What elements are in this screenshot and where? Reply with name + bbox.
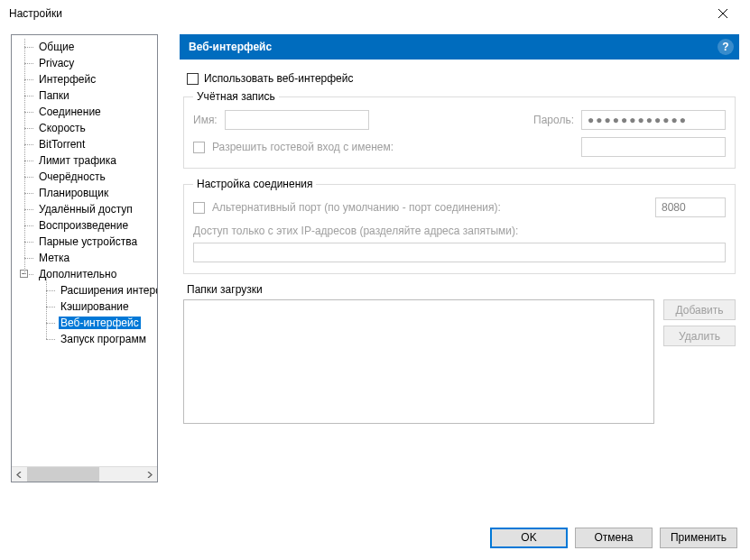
chevron-left-icon xyxy=(16,472,23,478)
ip-restrict-input[interactable] xyxy=(193,243,726,262)
enable-webui-checkbox[interactable] xyxy=(187,73,199,85)
tree-item-bandwidth[interactable]: Скорость xyxy=(12,120,157,136)
tree-item-queueing[interactable]: Очерёдность xyxy=(12,169,157,185)
username-label: Имя: xyxy=(193,114,218,126)
ip-restrict-input-row xyxy=(193,243,726,262)
dialog-footer: OK Отмена Применить xyxy=(0,515,750,560)
ok-button[interactable]: OK xyxy=(490,528,568,548)
enable-webui-row: Использовать веб-интерфейс xyxy=(187,72,736,85)
tree-item-scheduler[interactable]: Планировщик xyxy=(12,185,157,201)
credentials-row: Имя: Пароль: xyxy=(193,110,726,130)
section-header: Веб-интерфейс ? xyxy=(180,34,739,60)
download-folders-buttons: Добавить Удалить xyxy=(663,299,736,424)
tree-item-interface[interactable]: Интерфейс xyxy=(12,71,157,87)
username-input[interactable] xyxy=(225,110,369,130)
delete-folder-button[interactable]: Удалить xyxy=(663,326,736,346)
password-input[interactable] xyxy=(581,110,726,130)
nav-tree[interactable]: Общие Privacy Интерфейс Папки Соединение… xyxy=(11,34,158,482)
tree-scroll: Общие Privacy Интерфейс Папки Соединение… xyxy=(12,35,157,466)
ip-restrict-label: Доступ только с этих IP-адресов (разделя… xyxy=(193,225,518,237)
tree-item-transfer-cap[interactable]: Лимит трафика xyxy=(12,152,157,169)
settings-window: Настройки Общие Privacy Интерфейс Папки … xyxy=(0,0,750,560)
alt-port-checkbox[interactable] xyxy=(193,202,205,214)
tree-item-run-program[interactable]: Запуск программ xyxy=(12,331,157,347)
tree-item-labels[interactable]: Метка xyxy=(12,250,157,266)
close-icon xyxy=(718,9,727,18)
scroll-right-button[interactable] xyxy=(142,467,157,482)
close-button[interactable] xyxy=(705,1,741,26)
download-folders-section: Папки загрузки Добавить Удалить xyxy=(183,283,736,424)
account-group: Учётная запись Имя: Пароль: Разрешить го… xyxy=(183,90,736,169)
ip-restrict-label-row: Доступ только с этих IP-адресов (разделя… xyxy=(193,225,726,237)
guest-label: Разрешить гостевой вход с именем: xyxy=(212,141,394,153)
tree-item-directories[interactable]: Папки xyxy=(12,87,157,104)
tree-item-privacy[interactable]: Privacy xyxy=(12,55,157,71)
chevron-right-icon xyxy=(146,472,153,478)
alt-port-label: Альтернативный порт (по умолчанию - порт… xyxy=(212,201,501,214)
window-title: Настройки xyxy=(9,7,705,20)
expander-minus-icon[interactable]: − xyxy=(20,270,28,278)
add-folder-button[interactable]: Добавить xyxy=(663,299,736,320)
password-label: Пароль: xyxy=(533,114,574,126)
alt-port-row: Альтернативный порт (по умолчанию - порт… xyxy=(193,197,726,217)
content-panel: Веб-интерфейс ? Использовать веб-интерфе… xyxy=(158,34,739,515)
connection-group: Настройка соединения Альтернативный порт… xyxy=(183,178,736,274)
download-folders-row: Добавить Удалить xyxy=(183,299,736,424)
alt-port-input[interactable] xyxy=(655,197,726,217)
tree-item-disk-cache[interactable]: Кэширование xyxy=(12,298,157,315)
tree-item-paired-devices[interactable]: Парные устройства xyxy=(12,234,157,250)
tree-item-general[interactable]: Общие xyxy=(12,39,157,55)
tree-item-bittorrent[interactable]: BitTorrent xyxy=(12,136,157,152)
account-group-legend: Учётная запись xyxy=(193,90,279,103)
download-folders-listbox[interactable] xyxy=(183,299,654,424)
scroll-left-button[interactable] xyxy=(12,467,27,482)
titlebar: Настройки xyxy=(0,0,750,27)
cancel-button[interactable]: Отмена xyxy=(575,528,653,548)
form-area: Использовать веб-интерфейс Учётная запис… xyxy=(180,60,739,424)
body: Общие Privacy Интерфейс Папки Соединение… xyxy=(0,27,750,515)
scroll-thumb[interactable] xyxy=(27,467,99,482)
connection-group-legend: Настройка соединения xyxy=(193,178,316,190)
guest-checkbox[interactable] xyxy=(193,142,205,153)
enable-webui-label: Использовать веб-интерфейс xyxy=(204,72,354,85)
guest-row: Разрешить гостевой вход с именем: xyxy=(193,137,726,157)
apply-button[interactable]: Применить xyxy=(660,528,737,548)
help-button[interactable]: ? xyxy=(718,39,734,55)
tree-item-connection[interactable]: Соединение xyxy=(12,104,157,120)
scroll-track[interactable] xyxy=(27,467,142,482)
tree-item-playback[interactable]: Воспроизведение xyxy=(12,217,157,234)
tree-item-ui-extras[interactable]: Расширения интерфейса xyxy=(12,282,157,298)
section-title: Веб-интерфейс xyxy=(189,41,272,53)
download-folders-label: Папки загрузки xyxy=(187,283,736,296)
tree-item-web-ui[interactable]: Веб-интерфейс xyxy=(12,315,157,331)
help-icon: ? xyxy=(722,41,728,53)
tree-horizontal-scrollbar[interactable] xyxy=(12,466,157,482)
guest-username-input[interactable] xyxy=(581,137,726,157)
tree-item-advanced[interactable]: − Дополнительно xyxy=(12,266,157,282)
tree-item-remote[interactable]: Удалённый доступ xyxy=(12,201,157,217)
